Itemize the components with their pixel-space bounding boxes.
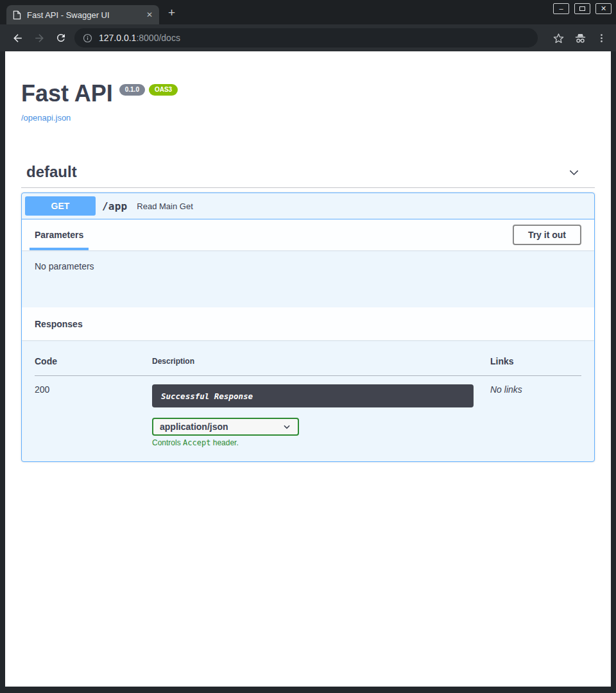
swagger-page: Fast API 0.1.0 OAS3 /openapi.json defaul… (5, 51, 611, 687)
window-controls: – ✕ (553, 3, 612, 14)
reload-icon[interactable] (50, 27, 72, 49)
bookmark-star-icon[interactable] (552, 32, 565, 44)
response-code: 200 (35, 376, 152, 448)
version-badge: 0.1.0 (119, 84, 145, 96)
operation-block-get-app: GET /app Read Main Get Parameters Try it… (21, 193, 595, 462)
parameters-section-header: Parameters Try it out (22, 219, 594, 250)
oas3-badge: OAS3 (149, 84, 178, 96)
new-tab-button[interactable]: + (168, 6, 175, 19)
media-type-block: application/json Controls Accept header. (152, 418, 490, 447)
active-tab-underline (30, 248, 89, 250)
url-host: 127.0.0.1 (99, 33, 136, 43)
tab-bar: Fast API - Swagger UI ✕ + – ✕ (0, 0, 616, 24)
address-bar[interactable]: 127.0.0.1:8000/docs (74, 28, 538, 47)
close-button[interactable]: ✕ (595, 3, 612, 14)
incognito-icon[interactable] (574, 32, 587, 44)
forward-icon[interactable] (28, 27, 50, 49)
response-description-box: Successful Response (152, 384, 474, 407)
response-links: No links (490, 376, 581, 448)
minimize-button[interactable]: – (553, 3, 569, 14)
chevron-down-icon[interactable] (567, 166, 581, 179)
openapi-spec-link[interactable]: /openapi.json (21, 113, 71, 123)
response-row-200: 200 Successful Response application/json (35, 376, 581, 448)
method-badge: GET (25, 196, 96, 216)
response-description: Successful Response (161, 391, 253, 401)
tag-name: default (26, 163, 77, 181)
accept-header-code: Accept (183, 438, 210, 447)
api-info-section: Fast API 0.1.0 OAS3 /openapi.json (21, 51, 595, 123)
media-type-value: application/json (160, 422, 228, 432)
page-title: Fast API (21, 82, 113, 105)
back-icon[interactable] (6, 27, 28, 49)
tag-section-header[interactable]: default (21, 159, 595, 188)
site-info-icon[interactable] (82, 33, 93, 44)
browser-window: Fast API - Swagger UI ✕ + – ✕ 127.0.0.1:… (0, 0, 616, 693)
browser-tab[interactable]: Fast API - Swagger UI ✕ (6, 5, 159, 24)
operation-summary[interactable]: GET /app Read Main Get (22, 193, 594, 219)
page-file-icon (13, 10, 21, 20)
responses-table-container: Code Description Links 200 Successful Re (22, 340, 594, 461)
url-text[interactable]: 127.0.0.1:8000/docs (99, 33, 180, 43)
operation-summary-text: Read Main Get (137, 201, 193, 211)
responses-label: Responses (35, 319, 83, 329)
chevron-down-icon (282, 422, 291, 431)
tab-close-icon[interactable]: ✕ (146, 11, 153, 19)
column-header-code: Code (35, 356, 152, 376)
media-type-select[interactable]: application/json (152, 418, 299, 436)
parameters-tab[interactable]: Parameters (35, 230, 83, 240)
operation-path: /app (102, 200, 127, 212)
menu-kebab-icon[interactable] (596, 33, 607, 44)
column-header-description: Description (152, 356, 490, 376)
tab-title: Fast API - Swagger UI (27, 10, 141, 20)
maximize-icon (579, 6, 585, 11)
maximize-button[interactable] (574, 3, 590, 14)
column-header-links: Links (490, 356, 581, 376)
toolbar-right-icons (552, 32, 610, 44)
no-parameters-message: No parameters (22, 250, 594, 307)
try-it-out-button[interactable]: Try it out (513, 225, 581, 245)
responses-section-header: Responses (22, 307, 594, 340)
api-badges: 0.1.0 OAS3 (119, 84, 178, 96)
responses-table: Code Description Links 200 Successful Re (35, 356, 581, 447)
browser-toolbar: 127.0.0.1:8000/docs (0, 24, 616, 51)
accept-header-note: Controls Accept header. (152, 438, 490, 447)
url-path: :8000/docs (136, 33, 180, 43)
